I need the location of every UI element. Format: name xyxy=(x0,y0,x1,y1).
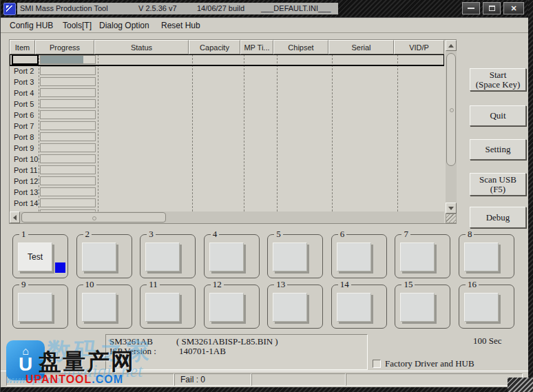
slot-number: 4 xyxy=(211,229,220,239)
progress-cell xyxy=(40,198,96,207)
slot-box: 2 xyxy=(76,234,132,278)
slot-number: 5 xyxy=(274,229,283,239)
slot-box: 9 xyxy=(12,285,68,329)
slot-panel xyxy=(273,293,307,322)
table-row[interactable]: Port 14 xyxy=(10,198,444,209)
menu-reset-hub[interactable]: Reset Hub xyxy=(161,21,200,30)
header-serial[interactable]: Serial xyxy=(328,40,394,54)
window-title: SMI Mass Production Tool xyxy=(20,4,108,12)
slot-box: 4 xyxy=(204,234,260,278)
slot-number: 11 xyxy=(147,280,160,289)
table-row[interactable]: Port 4 xyxy=(10,87,444,99)
status-field-4 xyxy=(346,373,523,386)
table-row[interactable]: Port 5 xyxy=(10,99,444,110)
table-row[interactable]: Port 2 xyxy=(10,65,444,76)
build-date: 14/06/27 build xyxy=(197,4,244,12)
slot-number: 7 xyxy=(401,229,410,239)
scan-usb-button[interactable]: Scan USB (F5) xyxy=(470,173,526,196)
port-label: Port 7 xyxy=(14,122,34,130)
slot-panel xyxy=(145,293,180,322)
header-item[interactable]: Item xyxy=(10,40,35,54)
setting-button[interactable]: Setting xyxy=(470,139,526,160)
title-bar: SMI Mass Production Tool V 2.5.36 v7 14/… xyxy=(1,0,533,18)
slot-panel xyxy=(464,243,499,271)
slot-number: 16 xyxy=(466,280,479,289)
slot-number: 14 xyxy=(338,280,351,289)
scroll-down-button[interactable] xyxy=(446,203,457,214)
slot-panel: Test xyxy=(18,243,52,271)
menu-dialog-option[interactable]: Dialog Option xyxy=(99,21,149,30)
horizontal-scrollbar-thumb[interactable] xyxy=(21,212,166,223)
slot-box: 14 xyxy=(331,285,387,329)
timer-value: 100 Sec xyxy=(473,336,502,347)
start-button-sublabel: (Space Key) xyxy=(476,80,521,90)
menu-config-hub[interactable]: Config HUB xyxy=(10,21,53,30)
quit-button[interactable]: Quit xyxy=(470,105,526,126)
window-resize-grip[interactable] xyxy=(508,378,533,392)
slot-box: 6 xyxy=(331,234,387,278)
table-row[interactable]: Port 3 xyxy=(10,76,444,87)
slot-indicator xyxy=(55,262,65,273)
table-row[interactable] xyxy=(10,54,444,65)
port-label: Port 6 xyxy=(14,111,34,119)
header-progress[interactable]: Progress xyxy=(35,40,94,54)
slot-number: 10 xyxy=(83,280,96,289)
scroll-left-button[interactable] xyxy=(10,212,20,223)
header-chipset[interactable]: Chipset xyxy=(273,40,328,54)
setting-button-label: Setting xyxy=(485,145,511,154)
table-row[interactable]: Port 11 xyxy=(10,165,444,176)
table-row[interactable]: Port 10 xyxy=(10,154,444,165)
debug-button[interactable]: Debug xyxy=(470,207,526,228)
port-table: Item Progress Status Capacity MP Ti... C… xyxy=(9,39,457,224)
minimize-button[interactable] xyxy=(462,2,480,14)
header-vid-pid[interactable]: VID/P xyxy=(394,40,444,54)
table-row[interactable]: Port 8 xyxy=(10,132,444,143)
progress-cell xyxy=(40,143,96,152)
port-label: Port 12 xyxy=(14,177,38,185)
header-capacity[interactable]: Capacity xyxy=(189,40,240,54)
start-button[interactable]: Start (Space Key) xyxy=(470,68,526,91)
port-label: Port 8 xyxy=(14,133,34,141)
table-header: Item Progress Status Capacity MP Ti... C… xyxy=(10,40,444,54)
factory-driver-label: Factory Driver and HUB xyxy=(385,358,474,369)
slot-box: 16 xyxy=(459,285,514,329)
menu-tools[interactable]: Tools[T] xyxy=(63,21,92,30)
slot-box: 11 xyxy=(140,285,196,329)
table-row[interactable]: Port 7 xyxy=(10,121,444,132)
table-resize-grip[interactable] xyxy=(446,214,457,223)
progress-cell xyxy=(40,77,96,86)
minimize-icon xyxy=(468,8,474,9)
table-row[interactable]: Port 6 xyxy=(10,110,444,121)
slot-panel xyxy=(337,293,371,322)
vertical-scrollbar-track[interactable] xyxy=(446,51,457,214)
start-button-label: Start xyxy=(490,70,507,80)
slot-box: 8 xyxy=(459,234,514,278)
slot-number: 3 xyxy=(147,229,156,239)
progress-cell xyxy=(40,187,96,196)
progress-cell xyxy=(40,132,96,141)
table-row[interactable]: Port 13 xyxy=(10,187,444,198)
isp-version-label: ISP Version : xyxy=(109,346,156,357)
progress-cell xyxy=(40,55,96,64)
slot-number: 2 xyxy=(83,229,92,239)
slot-box: 10 xyxy=(76,285,132,329)
slot-panel xyxy=(400,293,435,322)
horizontal-scrollbar[interactable] xyxy=(10,212,444,223)
vertical-scrollbar-thumb[interactable] xyxy=(446,53,456,166)
factory-driver-checkbox[interactable] xyxy=(373,360,381,368)
header-mp-time[interactable]: MP Ti... xyxy=(240,40,273,54)
slot-panel xyxy=(82,293,116,322)
slot-panel xyxy=(82,243,116,271)
port-label: Port 3 xyxy=(14,78,34,86)
table-row[interactable]: Port 9 xyxy=(10,143,444,154)
maximize-button[interactable] xyxy=(483,2,501,14)
port-label: Port 13 xyxy=(14,188,38,196)
slot-panel xyxy=(209,293,244,322)
slot-panel xyxy=(145,243,180,271)
close-button[interactable]: ✕ xyxy=(503,2,524,14)
progress-cell xyxy=(40,165,96,174)
scroll-up-button[interactable] xyxy=(446,40,457,51)
header-status[interactable]: Status xyxy=(94,40,189,54)
firmware-info-box: SM3261AB ( SM3261ABISP-L85.BIN ) ISP Ver… xyxy=(105,334,368,370)
table-row[interactable]: Port 12 xyxy=(10,176,444,187)
